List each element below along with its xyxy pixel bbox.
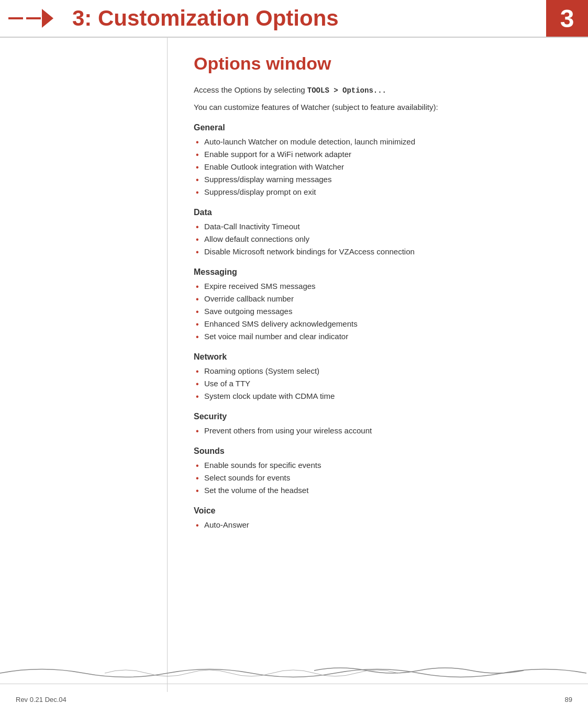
list-item-5-0: Enable sounds for specific events	[194, 459, 562, 472]
left-sidebar	[0, 38, 168, 692]
arrow-icon	[8, 9, 53, 28]
arrow-head	[42, 9, 53, 28]
category-heading-3: Network	[194, 352, 562, 362]
footer-page-number: 89	[565, 696, 572, 703]
arrow-bar-2	[26, 17, 41, 19]
category-heading-1: Data	[194, 208, 562, 217]
list-item-3-2: System clock update with CDMA time	[194, 390, 562, 403]
list-item-2-4: Set voice mail number and clear indicato…	[194, 330, 562, 343]
list-item-2-2: Save outgoing messages	[194, 305, 562, 318]
categories-container: GeneralAuto-launch Watcher on module det…	[194, 123, 562, 531]
chapter-title: 3: Customization Options	[72, 6, 339, 31]
list-item-0-1: Enable support for a WiFi network adapte…	[194, 148, 562, 161]
intro-code: TOOLS > Options...	[307, 86, 386, 95]
footer-revision: Rev 0.21 Dec.04	[16, 696, 66, 703]
list-item-2-0: Expire received SMS messages	[194, 280, 562, 293]
wave-svg	[0, 663, 588, 684]
bullet-list-2: Expire received SMS messagesOverride cal…	[194, 280, 562, 343]
bullet-list-6: Auto-Answer	[194, 519, 562, 531]
list-item-1-0: Data-Call Inactivity Timeout	[194, 220, 562, 233]
category-heading-4: Security	[194, 412, 562, 421]
bullet-list-1: Data-Call Inactivity TimeoutAllow defaul…	[194, 220, 562, 258]
category-heading-0: General	[194, 123, 562, 132]
bullet-list-0: Auto-launch Watcher on module detection,…	[194, 136, 562, 198]
list-item-0-2: Enable Outlook integration with Watcher	[194, 161, 562, 173]
bullet-list-4: Prevent others from using your wireless …	[194, 424, 562, 437]
header-title-area: 3: Customization Options	[62, 0, 546, 37]
list-item-2-1: Override callback number	[194, 293, 562, 305]
list-item-2-3: Enhanced SMS delivery acknowledgements	[194, 318, 562, 330]
section-title: Options window	[194, 53, 562, 74]
arrow-bar-1	[8, 17, 23, 19]
chapter-number-box: 3	[546, 0, 588, 37]
category-heading-5: Sounds	[194, 446, 562, 456]
list-item-5-1: Select sounds for events	[194, 472, 562, 484]
category-heading-2: Messaging	[194, 267, 562, 277]
wave-decoration	[0, 663, 588, 684]
list-item-1-2: Disable Microsoft network bindings for V…	[194, 245, 562, 258]
list-item-6-0: Auto-Answer	[194, 519, 562, 531]
list-item-0-4: Suppress/display prompt on exit	[194, 186, 562, 198]
list-item-4-0: Prevent others from using your wireless …	[194, 424, 562, 437]
list-item-0-3: Suppress/display warning messages	[194, 173, 562, 186]
list-item-5-2: Set the volume of the headset	[194, 484, 562, 497]
category-heading-6: Voice	[194, 506, 562, 516]
page-footer: Rev 0.21 Dec.04 89	[0, 684, 588, 715]
list-item-3-1: Use of a TTY	[194, 377, 562, 390]
main-content: Options window Access the Options by sel…	[168, 38, 588, 692]
intro-text-1: Access the Options by selecting	[194, 85, 307, 94]
list-item-3-0: Roaming options (System select)	[194, 365, 562, 377]
chapter-icon-area	[0, 0, 62, 37]
chapter-number: 3	[560, 4, 574, 33]
bullet-list-3: Roaming options (System select)Use of a …	[194, 365, 562, 403]
page-header: 3: Customization Options 3	[0, 0, 588, 38]
intro-paragraph-2: You can customize features of Watcher (s…	[194, 102, 562, 114]
page-layout: Options window Access the Options by sel…	[0, 38, 588, 692]
bullet-list-5: Enable sounds for specific eventsSelect …	[194, 459, 562, 497]
intro-paragraph-1: Access the Options by selecting TOOLS > …	[194, 84, 562, 96]
list-item-0-0: Auto-launch Watcher on module detection,…	[194, 136, 562, 148]
list-item-1-1: Allow default connections only	[194, 233, 562, 245]
